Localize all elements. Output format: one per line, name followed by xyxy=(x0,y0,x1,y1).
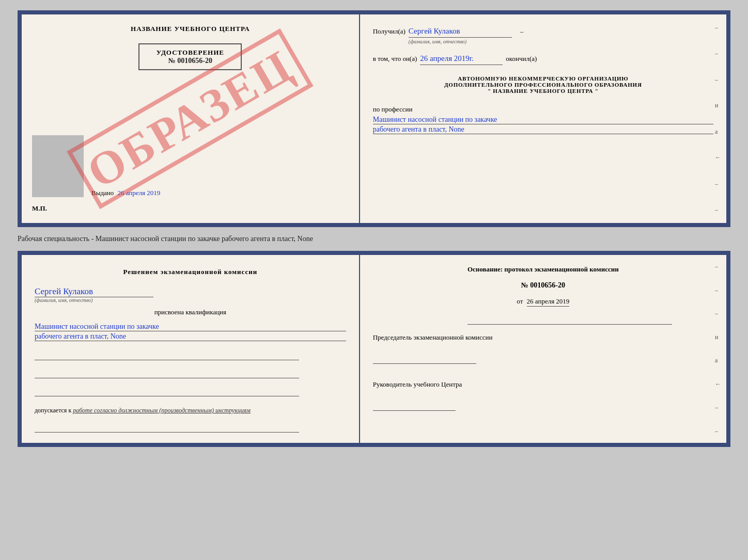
dopuskaetsya-block: допускается к работе согласно должностны… xyxy=(35,407,346,414)
right-dashes-top: – – – и а ← – – xyxy=(715,14,721,223)
bottom-document: Решением экзаменационной комиссии Сергей… xyxy=(18,251,730,447)
vtom-label: в том, что он(а) xyxy=(373,54,417,65)
rukovoditel-title: Руководитель учебного Центра xyxy=(373,379,713,390)
bottom-profession2: рабочего агента в пласт, None xyxy=(35,332,346,341)
bottom-name-handwritten: Сергей Кулаков xyxy=(35,286,153,297)
top-center-title: НАЗВАНИЕ УЧЕБНОГО ЦЕНТРА xyxy=(131,25,250,33)
udostoverenie-box: УДОСТОВЕРЕНИЕ № 0010656-20 xyxy=(138,43,242,70)
poluchil-name: Сергей Кулаков xyxy=(409,25,512,38)
vydano-line: Выдано 26 апреля 2019 xyxy=(91,189,160,197)
predsedatel-signature-line xyxy=(373,351,476,364)
mp-label: М.П. xyxy=(32,204,47,213)
empty-line1 xyxy=(35,350,299,360)
familiya-label-top: (фамилия, имя, отчество) xyxy=(409,38,466,46)
protokol-number: № 0010656-20 xyxy=(373,281,713,290)
top-right-panel: Получил(а) Сергей Кулаков (фамилия, имя,… xyxy=(360,14,726,223)
bottom-right-panel: Основание: протокол экзаменационной коми… xyxy=(360,255,726,443)
right-dashes-bottom: – – – и а ← – – xyxy=(715,255,721,443)
udostoverenie-number: № 0010656-20 xyxy=(150,57,230,65)
top-document: НАЗВАНИЕ УЧЕБНОГО ЦЕНТРА УДОСТОВЕРЕНИЕ №… xyxy=(18,10,730,227)
org-line3: " НАЗВАНИЕ УЧЕБНОГО ЦЕНТРА " xyxy=(373,88,713,94)
photo-placeholder xyxy=(32,135,84,197)
vydano-date: 26 апреля 2019 xyxy=(118,189,161,197)
udostoverenie-label: УДОСТОВЕРЕНИЕ xyxy=(150,49,230,57)
prisvoena-label: присвоена квалификация xyxy=(35,308,346,316)
bottom-profession1: Машинист насосной станции по закачке xyxy=(35,323,346,331)
dash1: – xyxy=(520,26,524,37)
po-professii-label: по профессии xyxy=(373,105,713,114)
empty-line2 xyxy=(35,368,299,378)
ot-label: от xyxy=(517,297,523,305)
dopuskaetsya-label: допускается к xyxy=(35,407,71,414)
ot-date-value: 26 апреля 2019 xyxy=(527,297,570,307)
name-block-bottom: Сергей Кулаков (фамилия, имя, отчество) xyxy=(35,286,346,303)
bottom-familiya-label: (фамилия, имя, отчество) xyxy=(35,297,346,303)
org-block: АВТОНОМНУЮ НЕКОММЕРЧЕСКУЮ ОРГАНИЗАЦИЮ ДО… xyxy=(373,75,713,94)
ot-date-line: от 26 апреля 2019 xyxy=(373,297,713,306)
org-line2: ДОПОЛНИТЕЛЬНОГО ПРОФЕССИОНАЛЬНОГО ОБРАЗО… xyxy=(373,82,713,88)
okonchil-label: окончил(а) xyxy=(506,54,537,65)
po-professii-block: по профессии Машинист насосной станции п… xyxy=(373,105,713,135)
komissia-title: Решением экзаменационной комиссии xyxy=(35,268,346,276)
vtom-line: в том, что он(а) 26 апреля 2019г. окончи… xyxy=(373,52,713,65)
middle-specialty-text: Рабочая специальность - Машинист насосно… xyxy=(18,235,730,243)
empty-line3 xyxy=(35,386,299,396)
date-underline xyxy=(467,314,672,325)
org-line1: АВТОНОМНУЮ НЕКОММЕРЧЕСКУЮ ОРГАНИЗАЦИЮ xyxy=(373,75,713,82)
rukovoditel-block: Руководитель учебного Центра xyxy=(373,379,713,411)
osnov-title: Основание: протокол экзаменационной коми… xyxy=(373,265,713,274)
vydano-label: Выдано xyxy=(91,189,114,197)
poluchil-label: Получил(а) xyxy=(373,26,406,37)
poluchil-line: Получил(а) Сергей Кулаков (фамилия, имя,… xyxy=(373,25,713,46)
predsedatel-block: Председатель экзаменационной комиссии xyxy=(373,332,713,364)
date-value: 26 апреля 2019г. xyxy=(420,52,503,65)
profession-line2: рабочего агента в пласт, None xyxy=(373,125,713,134)
profession-line1: Машинист насосной станции по закачке xyxy=(373,116,713,124)
rukovoditel-signature-line xyxy=(373,398,456,411)
middle-text-area: Рабочая специальность - Машинист насосно… xyxy=(18,232,730,246)
bottom-left-panel: Решением экзаменационной комиссии Сергей… xyxy=(22,255,360,443)
predsedatel-title: Председатель экзаменационной комиссии xyxy=(373,332,713,343)
bottom-profession-block: Машинист насосной станции по закачке раб… xyxy=(35,322,346,342)
dopuskaetsya-text: работе согласно должностным (производств… xyxy=(73,407,251,414)
top-left-panel: НАЗВАНИЕ УЧЕБНОГО ЦЕНТРА УДОСТОВЕРЕНИЕ №… xyxy=(22,14,360,223)
empty-line4 xyxy=(35,422,299,433)
